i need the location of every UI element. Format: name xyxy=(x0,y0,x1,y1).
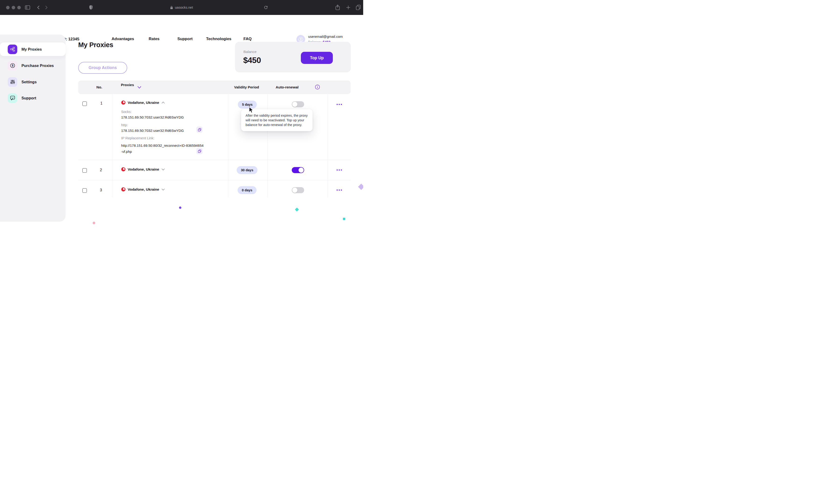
auto-renewal-toggle[interactable] xyxy=(292,167,304,173)
sidebar-item-settings[interactable]: Settings xyxy=(0,75,66,89)
decor-diamond-teal xyxy=(295,208,299,212)
validity-chip[interactable]: 30 days xyxy=(237,166,257,174)
browser-reload-button[interactable] xyxy=(264,5,268,10)
copy-icon xyxy=(198,128,201,131)
site-header: UASOCKS ID: 12345 Advantages Rates Suppo… xyxy=(0,15,363,35)
row-menu-button[interactable] xyxy=(337,104,342,105)
nav-technologies[interactable]: Technologies xyxy=(206,37,231,41)
nav-support[interactable]: Support xyxy=(177,37,193,41)
column-proxies: Proxies xyxy=(121,82,132,88)
decor-dot-pink xyxy=(93,222,95,224)
column-no: No. xyxy=(96,85,102,89)
ip-replacement-link: http://178.151.69.50:80/32_reconnect+ID-… xyxy=(121,143,205,155)
socks-value: 178.151.69.50:7032:user32:Rd6SwYDG xyxy=(121,115,184,119)
purchase-proxies-icon: $ xyxy=(8,61,17,70)
sidebar-item-support[interactable]: Support xyxy=(0,91,66,105)
socks-label: Socks: xyxy=(121,110,132,114)
vodafone-icon xyxy=(121,167,126,171)
sidebar-item-label: Settings xyxy=(21,80,37,84)
validity-chip[interactable]: 0 days xyxy=(238,186,257,194)
auto-renewal-toggle[interactable] xyxy=(292,101,304,107)
sidebar-item-label: My Proxies xyxy=(21,47,42,52)
row-number: 2 xyxy=(100,168,102,172)
nav-advantages[interactable]: Advantages xyxy=(112,37,134,41)
http-label: http: xyxy=(121,123,128,127)
url-text: uasocks.net xyxy=(175,6,193,9)
vodafone-icon xyxy=(121,187,126,192)
lock-icon xyxy=(170,6,173,9)
user-icon xyxy=(298,37,303,42)
balance-card-amount: $450 xyxy=(243,56,261,65)
row-number: 1 xyxy=(100,101,102,105)
app-root: uasocks.net UASOCKS xyxy=(0,0,363,224)
copy-icon xyxy=(198,150,201,153)
support-icon xyxy=(8,93,17,103)
row-divider xyxy=(78,160,351,160)
sidebar-item-label: Support xyxy=(21,96,36,100)
settings-icon xyxy=(8,77,17,87)
decor-diamond-lavender xyxy=(358,184,363,190)
top-up-button[interactable]: Top Up xyxy=(301,52,333,64)
group-actions-label: Group Actions xyxy=(89,65,117,70)
decor-square-teal xyxy=(343,218,345,220)
sidebar-item-my-proxies[interactable]: My Proxies xyxy=(0,42,66,56)
proxy-provider-label: Vodafone, Ukraine xyxy=(128,101,159,105)
copy-http-button[interactable] xyxy=(196,126,203,133)
table-header xyxy=(78,80,351,94)
svg-text:$: $ xyxy=(12,64,13,67)
browser-share-button[interactable] xyxy=(335,4,340,10)
balance-card-label: Balance xyxy=(243,50,257,54)
copy-ip-link-button[interactable] xyxy=(196,148,203,154)
proxy-provider-label: Vodafone, Ukraine xyxy=(128,187,159,192)
proxy-provider-label: Vodafone, Ukraine xyxy=(128,167,159,171)
row-checkbox[interactable] xyxy=(82,188,87,193)
chevron-down-icon[interactable] xyxy=(161,168,165,171)
proxies-sort-chevron-icon[interactable] xyxy=(137,86,141,89)
row-number: 3 xyxy=(100,188,102,192)
auto-renewal-toggle[interactable] xyxy=(292,187,304,193)
mouse-cursor xyxy=(249,107,254,113)
row-menu-button[interactable] xyxy=(337,169,342,171)
proxy-provider[interactable]: Vodafone, Ukraine xyxy=(121,187,165,192)
row-checkbox[interactable] xyxy=(82,101,87,106)
nav-rates[interactable]: Rates xyxy=(149,37,159,41)
top-up-label: Top Up xyxy=(310,56,324,60)
auto-renewal-info-icon[interactable] xyxy=(315,84,320,90)
proxy-provider[interactable]: Vodafone, Ukraine xyxy=(121,167,165,171)
browser-address-bar[interactable]: uasocks.net xyxy=(0,0,363,15)
group-actions-button[interactable]: Group Actions xyxy=(78,62,127,74)
row-menu-button[interactable] xyxy=(337,189,342,191)
proxy-provider[interactable]: Vodafone, Ukraine xyxy=(121,100,165,105)
ip-replacement-label: IP Replacement Link: xyxy=(121,136,154,140)
browser-new-tab-button[interactable] xyxy=(346,5,350,10)
row-checkbox[interactable] xyxy=(82,168,87,173)
column-divider xyxy=(328,94,328,197)
browser-tabs-button[interactable] xyxy=(356,5,361,10)
column-auto-renewal: Auto-renewal xyxy=(276,85,299,89)
decor-dot-purple xyxy=(179,207,181,209)
user-email: useremail@gmail.com xyxy=(308,35,343,38)
page-title: My Proxies xyxy=(78,41,113,49)
nav-faq[interactable]: FAQ xyxy=(243,37,252,41)
column-divider xyxy=(112,94,112,197)
browser-titlebar: uasocks.net xyxy=(0,0,363,15)
sidebar: My Proxies $ Purchase Proxies xyxy=(0,35,66,222)
column-divider xyxy=(228,94,228,197)
sidebar-item-purchase-proxies[interactable]: $ Purchase Proxies xyxy=(0,59,66,72)
http-value: 178.151.69.50:7032:user32:Rd6SwYDG xyxy=(121,129,184,133)
chevron-up-icon[interactable] xyxy=(161,101,165,104)
vodafone-icon xyxy=(121,100,126,105)
my-proxies-icon xyxy=(8,45,17,54)
chevron-down-icon[interactable] xyxy=(161,188,165,191)
row-divider xyxy=(78,180,351,180)
column-validity-period: Validity Period xyxy=(234,85,259,89)
sidebar-item-label: Purchase Proxies xyxy=(21,63,54,68)
